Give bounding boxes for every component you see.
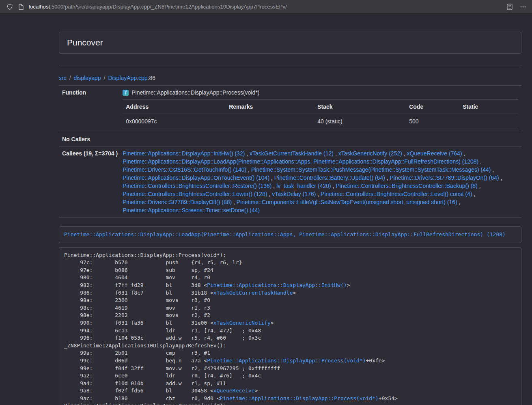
code-line: _ZN8Pinetime12Applications10DisplayApp7R… (64, 342, 516, 350)
stack-value: 40 (static) (314, 114, 406, 129)
breadcrumb-displayapp-link[interactable]: displayapp (74, 75, 101, 81)
divider (59, 65, 521, 65)
code-line: 9ac: b180 cbz r0, 9d0 <Pinetime::Applica… (64, 395, 516, 403)
breadcrumb-line-number: :86 (148, 75, 155, 81)
reader-view-icon[interactable] (507, 4, 513, 10)
breadcrumb-src-link[interactable]: src (59, 75, 67, 81)
selected-callee-box: Pinetime::Applications::DisplayApp::Load… (59, 226, 521, 243)
code-line: 99a: 2b01 cmp r3, #1 (64, 349, 516, 357)
callee-link[interactable]: xQueueReceive (764) (407, 150, 462, 157)
callee-link[interactable]: xTaskGetCurrentTaskHandle (12) (250, 150, 334, 157)
callees-list: Pinetime::Applications::DisplayApp::Init… (119, 146, 521, 218)
code-symbol-link[interactable]: Pinetime::Applications::DisplayApp::Init… (207, 282, 347, 288)
code-line: 9a4: f10d 010b add.w r1, sp, #11 (64, 380, 516, 388)
no-callers-label: No Callers (59, 132, 119, 146)
callee-link[interactable]: xTaskGenericNotify (252) (338, 150, 402, 157)
function-icon: ƒ (123, 90, 129, 96)
code-line: 9a8: f02f fd56 bl 30458 <xQueueReceive> (64, 387, 516, 395)
code-line: 98e: 2202 movs r2, #2 (64, 312, 516, 319)
callee-link[interactable]: Pinetime::System::SystemTask::PushMessag… (251, 166, 491, 173)
address-table: Address Remarks Stack Code Static 0x0000… (123, 99, 518, 129)
code-symbol-link[interactable]: Pinetime::Applications::DisplayApp::Proc… (220, 395, 379, 401)
breadcrumb-file-link[interactable]: DisplayApp.cpp (108, 75, 147, 81)
callee-link[interactable]: Pinetime::Controllers::Battery::Update()… (274, 174, 385, 181)
function-name-row: ƒ Pinetime::Applications::DisplayApp::Pr… (123, 88, 518, 97)
more-tools-icon[interactable] (520, 4, 526, 10)
breadcrumb: src/displayapp/DisplayApp.cpp:86 (59, 74, 521, 82)
callee-link[interactable]: Pinetime::Controllers::BrightnessControl… (321, 191, 472, 197)
col-static: Static (459, 100, 518, 114)
code-line: 982: f7ff fd29 bl 3d8 <Pinetime::Applica… (64, 282, 516, 289)
callee-link[interactable]: Pinetime::Applications::Screens::Timer::… (123, 207, 260, 213)
remarks-value (226, 114, 314, 129)
url-domain: localhost (29, 4, 50, 10)
code-line: 97e: b086 sub sp, #24 (64, 267, 516, 274)
address-value: 0x0000097c (123, 114, 226, 129)
code-line: 996: f104 053c add.w r5, r4, #60 ; 0x3c (64, 334, 516, 342)
url-path: :5000/path/src/displayapp/DisplayApp.cpp… (50, 4, 287, 10)
code-line: 98a: 2300 movs r3, #0 (64, 297, 516, 304)
code-line: 986: f031 f8c7 bl 31b18 <xTaskGetCurrent… (64, 289, 516, 297)
callee-link[interactable]: Pinetime::Controllers::BrightnessControl… (123, 183, 271, 189)
app-title: Puncover (67, 38, 513, 47)
callees-label: Callees (19, Σ=3704 ) (59, 146, 119, 218)
code-line: 98c: 4619 mov r1, r3 (64, 304, 516, 312)
callee-link[interactable]: Pinetime::Applications::DisplayApp::Load… (123, 158, 478, 165)
code-line: 99c: d06d beq.n a7a <Pinetime::Applicati… (64, 357, 516, 365)
address-table-header-row: Address Remarks Stack Code Static (123, 100, 518, 114)
col-code: Code (406, 100, 459, 114)
callee-link[interactable]: Pinetime::Applications::DisplayApp::OnTo… (123, 174, 269, 181)
col-address: Address (123, 100, 226, 114)
code-symbol-link[interactable]: xTaskGetCurrentTaskHandle (213, 290, 293, 296)
page-container: Puncover src/displayapp/DisplayApp.cpp:8… (59, 32, 521, 405)
function-row-label: Function (59, 86, 119, 132)
callees-row: Callees (19, Σ=3704 ) Pinetime::Applicat… (59, 146, 521, 218)
code-line: Pinetime::Applications::DisplayApp::Proc… (64, 402, 516, 405)
callee-link[interactable]: Pinetime::Drivers::St7789::DisplayOn() (… (390, 174, 499, 181)
code-symbol-link[interactable]: xTaskGenericNotify (213, 320, 271, 326)
breadcrumb-separator: / (104, 75, 106, 81)
callee-link[interactable]: Pinetime::Applications::DisplayApp::Init… (123, 150, 245, 157)
function-name: Pinetime::Applications::DisplayApp::Proc… (131, 88, 259, 97)
selected-callee-link[interactable]: Pinetime::Applications::DisplayApp::Load… (64, 231, 506, 237)
no-callers-row: No Callers (59, 132, 521, 146)
callee-link[interactable]: lv_task_handler (420) (276, 183, 331, 189)
disassembly-pre: Pinetime::Applications::DisplayApp::Proc… (59, 247, 521, 405)
static-value (459, 114, 518, 129)
code-line: 9a2: 6ce0 ldr r0, [r4, #76] ; 0x4c (64, 372, 516, 380)
callee-link[interactable]: vTaskDelay (176) (272, 191, 316, 197)
code-symbol-link[interactable]: Pinetime::Applications::DisplayApp::Proc… (207, 358, 366, 364)
code-line: 99e: f04f 32ff mov.w r2, #4294967295 ; 0… (64, 365, 516, 373)
callee-link[interactable]: Pinetime::Controllers::BrightnessControl… (123, 191, 267, 197)
shield-icon[interactable] (6, 4, 13, 10)
symbol-table: Function ƒ Pinetime::Applications::Displ… (59, 85, 521, 218)
browser-toolbar: localhost:5000/path/src/displayapp/Displ… (0, 0, 532, 14)
app-header-panel: Puncover (59, 32, 521, 54)
function-row: Function ƒ Pinetime::Applications::Displ… (59, 86, 521, 132)
code-line: Pinetime::Applications::DisplayApp::Proc… (64, 252, 516, 259)
code-line: 97c: b570 push {r4, r5, r6, lr} (64, 259, 516, 267)
code-line: 994: 6ca3 ldr r3, [r4, #72] ; 0x48 (64, 327, 516, 335)
address-table-row: 0x0000097c 40 (static) 500 (123, 114, 518, 129)
code-symbol-link[interactable]: xQueueReceive (213, 388, 255, 394)
callee-link[interactable]: Pinetime::Drivers::St7789::DisplayOff() … (123, 199, 232, 205)
url-bar[interactable]: localhost:5000/path/src/displayapp/Displ… (29, 4, 507, 10)
code-size-value: 500 (406, 114, 459, 129)
code-line: 980: 4604 mov r4, r0 (64, 274, 516, 282)
callee-link[interactable]: Pinetime::Components::LittleVgl::SetNewT… (237, 199, 457, 205)
callee-link[interactable]: Pinetime::Controllers::BrightnessControl… (336, 183, 477, 189)
col-remarks: Remarks (226, 100, 314, 114)
callee-link[interactable]: Pinetime::Drivers::Cst816S::GetTouchInfo… (123, 166, 246, 173)
col-stack: Stack (314, 100, 406, 114)
breadcrumb-separator: / (69, 75, 71, 81)
page-icon[interactable] (18, 4, 24, 10)
code-line: 990: f031 fa36 bl 31e00 <xTaskGenericNot… (64, 319, 516, 327)
